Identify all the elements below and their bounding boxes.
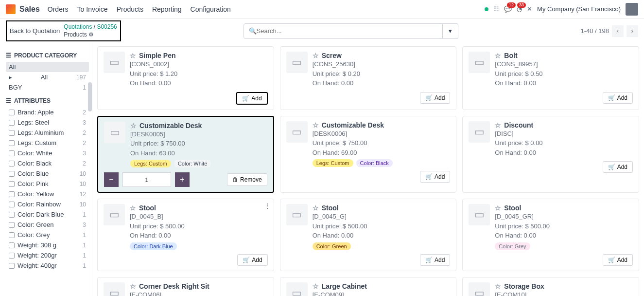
star-icon[interactable]: ☆ [495,282,501,290]
star-icon[interactable]: ☆ [130,52,136,59]
wifi-icon[interactable]: ☷ [493,5,499,13]
sub-header: Back to Quotation Quotations / S00256 Pr… [0,18,644,43]
category-item[interactable]: All [6,62,89,72]
search-bar[interactable]: 🔍 [244,23,443,39]
avatar[interactable] [626,3,638,16]
star-icon[interactable]: ☆ [130,282,136,290]
add-button[interactable]: 🛒 Add [236,92,267,105]
menu-products[interactable]: Products [117,5,143,13]
attribute-item[interactable]: Color: Blue10 [6,168,89,179]
product-card[interactable]: ▭☆Simple Pen[CONS_0002]Unit price: $ 1.2… [97,46,274,110]
attribute-item[interactable]: Weight: 308 g1 [6,240,89,250]
star-icon[interactable]: ☆ [313,282,319,290]
star-icon[interactable]: ☆ [313,52,319,59]
add-button[interactable]: 🛒 Add [420,92,450,104]
add-button[interactable]: 🛒 Add [603,161,633,173]
activity-badge: 33 [517,2,526,8]
checkbox[interactable] [9,181,15,187]
product-card[interactable]: ▭☆Bolt[CONS_89957]Unit price: $ 0.50On H… [462,46,639,110]
breadcrumb-quotations[interactable]: Quotations [64,23,92,30]
checkbox[interactable] [9,212,15,218]
menu-configuration[interactable]: Configuration [191,5,231,13]
attribute-item[interactable]: Weight: 200gr1 [6,250,89,260]
breadcrumb-order[interactable]: S00256 [97,23,117,30]
checkbox[interactable] [9,253,15,259]
attribute-item[interactable]: Color: Black2 [6,158,89,168]
product-card[interactable]: ▭☆Corner Desk Right Sit[E-COM06] [97,277,274,296]
product-card[interactable]: ▭☆Customizable Desk[DESK0005]Unit price:… [97,116,274,193]
attribute-item[interactable]: Legs: Custom2 [6,138,89,148]
checkbox[interactable] [9,171,15,177]
checkbox[interactable] [9,242,15,248]
add-button[interactable]: 🛒 Add [420,254,450,266]
gear-icon[interactable]: ⚙ [88,31,94,38]
pager-next[interactable]: › [627,25,638,37]
activity-icon[interactable]: ◔33 [517,5,522,13]
scrollbar[interactable] [88,82,92,111]
product-card[interactable]: ▭☆Stool[D_0045_GR]Unit price: $ 500.00On… [462,199,639,271]
add-button[interactable]: 🛒 Add [603,92,633,104]
checkbox[interactable] [9,150,15,156]
product-card[interactable]: ▭☆Large Cabinet[E-COM09] [280,277,457,296]
star-icon[interactable]: ☆ [495,204,501,212]
star-icon[interactable]: ☆ [495,121,501,129]
product-card[interactable]: ▭☆Stool[D_0045_G]Unit price: $ 500.00On … [280,199,457,271]
checkbox[interactable] [9,263,15,269]
attribute-item[interactable]: Color: Rainbow10 [6,199,89,209]
checkbox[interactable] [9,140,15,146]
product-thumb: ▭ [286,52,308,73]
company-selector[interactable]: My Company (San Francisco) [537,5,621,13]
product-name: Bolt [504,52,517,59]
menu-reporting[interactable]: Reporting [152,5,182,13]
attribute-item[interactable]: Brand: Apple2 [6,107,89,117]
star-icon[interactable]: ☆ [495,52,501,59]
checkbox[interactable] [9,130,15,136]
attribute-item[interactable]: Color: Grey1 [6,230,89,240]
checkbox[interactable] [9,232,15,238]
checkbox[interactable] [9,222,15,228]
checkbox[interactable] [9,120,15,126]
menu-to-invoice[interactable]: To Invoice [77,5,108,13]
attribute-item[interactable]: Weight: 400gr1 [6,260,89,271]
kebab-icon[interactable]: ⋮ [264,202,271,209]
tools-icon[interactable]: ✕ [527,5,532,13]
star-icon[interactable]: ☆ [130,122,137,130]
add-button[interactable]: 🛒 Add [603,254,633,266]
checkbox[interactable] [9,191,15,197]
star-icon[interactable]: ☆ [130,204,136,212]
attribute-item[interactable]: Color: Pink10 [6,179,89,189]
product-card[interactable]: ▭☆Storage Box[E-COM10] [462,277,639,296]
attribute-item[interactable]: Color: White3 [6,148,89,158]
star-icon[interactable]: ☆ [313,121,319,129]
qty-plus-button[interactable]: + [175,172,190,187]
product-card[interactable]: ⋮▭☆Stool[D_0045_B]Unit price: $ 500.00On… [97,199,274,271]
product-card[interactable]: ▭☆Discount[DISC]Unit price: $ 0.00On Han… [462,116,639,193]
menu-orders[interactable]: Orders [48,5,69,13]
add-button[interactable]: 🛒 Add [237,254,267,266]
search-input[interactable] [257,27,437,35]
add-button[interactable]: 🛒 Add [420,171,450,183]
checkbox[interactable] [9,161,15,166]
checkbox[interactable] [9,202,15,207]
attribute-item[interactable]: Color: Yellow12 [6,189,89,199]
attribute-item[interactable]: Legs: Steel3 [6,117,89,128]
qty-minus-button[interactable]: − [104,172,119,187]
checkbox[interactable] [9,110,15,115]
messages-icon[interactable]: 💬12 [504,5,512,13]
attribute-item[interactable]: Color: Dark Blue1 [6,209,89,220]
product-card[interactable]: ▭☆Customizable Desk[DESK0006]Unit price:… [280,116,457,193]
cart-icon: 🛒 [608,257,615,263]
remove-button[interactable]: 🗑 Remove [227,173,267,186]
category-item[interactable]: ▸ All197 [6,72,89,82]
trash-icon: 🗑 [232,176,238,183]
qty-input[interactable] [122,172,171,187]
attribute-item[interactable]: Color: Green3 [6,220,89,230]
attribute-item[interactable]: Legs: Aluminium2 [6,128,89,138]
product-card[interactable]: ▭☆Screw[CONS_25630]Unit price: $ 0.20On … [280,46,457,110]
back-button[interactable]: Back to Quotation [10,27,60,35]
search-dropdown[interactable]: ▾ [443,23,458,39]
product-name: Screw [322,52,342,59]
pager-prev[interactable]: ‹ [612,25,624,37]
category-item[interactable]: BGY1 [6,82,89,92]
star-icon[interactable]: ☆ [313,204,319,212]
